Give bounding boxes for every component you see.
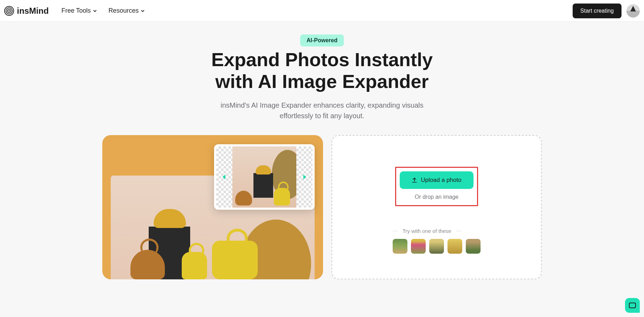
nav-resources-label: Resources bbox=[108, 7, 139, 14]
mini-hat bbox=[256, 165, 271, 175]
mini-bag-yellow bbox=[274, 188, 290, 205]
hero-title: Expand Photos Instantly with AI Image Ex… bbox=[7, 49, 637, 92]
hero-title-line2: with AI Image Expander bbox=[215, 71, 429, 92]
logo[interactable]: insMind bbox=[4, 6, 49, 16]
svg-point-3 bbox=[8, 10, 10, 12]
sample-thumb-4[interactable] bbox=[447, 239, 462, 254]
mini-bag-group bbox=[233, 163, 296, 205]
main-nav: Free Tools Resources bbox=[62, 7, 145, 14]
mini-bag-brown bbox=[235, 191, 252, 205]
header-right: Start creating bbox=[573, 4, 640, 18]
upload-highlight: Upload a photo Or drop an image bbox=[395, 167, 478, 206]
upload-card[interactable]: Upload a photo Or drop an image Try with… bbox=[331, 135, 542, 279]
preview-hat bbox=[154, 209, 186, 228]
hero-subtitle: insMind's AI Image Expander enhances cla… bbox=[199, 100, 445, 121]
sample-thumb-2[interactable] bbox=[411, 239, 426, 254]
nav-resources[interactable]: Resources bbox=[108, 7, 145, 14]
hero-title-line1: Expand Photos Instantly bbox=[211, 49, 433, 70]
try-label: Try with one of these bbox=[393, 228, 481, 234]
sample-thumb-3[interactable] bbox=[429, 239, 444, 254]
sample-thumbnails bbox=[393, 239, 481, 254]
sample-thumb-5[interactable] bbox=[466, 239, 481, 254]
chevron-down-icon bbox=[93, 9, 97, 13]
hero-subtitle-line1: insMind's AI Image Expander enhances cla… bbox=[220, 101, 423, 109]
user-avatar[interactable] bbox=[626, 4, 640, 18]
preview-bag-yellow-small bbox=[182, 252, 207, 279]
logo-text: insMind bbox=[17, 6, 49, 16]
ai-powered-badge: AI-Powered bbox=[300, 34, 344, 46]
try-label-text: Try with one of these bbox=[402, 228, 451, 234]
upload-button-label: Upload a photo bbox=[421, 177, 461, 184]
upload-photo-button[interactable]: Upload a photo bbox=[400, 171, 473, 189]
chevron-down-icon bbox=[141, 9, 145, 13]
expand-area-right bbox=[296, 146, 313, 208]
preview-bag-yellow-large bbox=[212, 241, 258, 279]
expand-area-left bbox=[216, 146, 232, 208]
logo-icon bbox=[4, 6, 14, 16]
header-left: insMind Free Tools Resources bbox=[4, 6, 145, 16]
upload-icon bbox=[412, 177, 417, 183]
start-creating-button[interactable]: Start creating bbox=[573, 4, 622, 18]
try-samples-section: Try with one of these bbox=[393, 228, 481, 254]
sample-thumb-1[interactable] bbox=[393, 239, 407, 254]
hero-section: AI-Powered Expand Photos Instantly with … bbox=[0, 22, 644, 135]
main-header: insMind Free Tools Resources Start creat… bbox=[0, 0, 644, 22]
nav-free-tools[interactable]: Free Tools bbox=[62, 7, 97, 14]
mini-cube bbox=[253, 173, 273, 198]
arrow-left-icon[interactable] bbox=[220, 173, 228, 181]
nav-free-tools-label: Free Tools bbox=[62, 7, 91, 14]
editor-center-photo bbox=[232, 146, 296, 208]
preview-card bbox=[102, 135, 323, 279]
arrow-right-icon[interactable] bbox=[300, 173, 309, 181]
avatar-icon bbox=[630, 6, 636, 12]
expand-editor-overlay bbox=[214, 144, 315, 210]
hero-subtitle-line2: effortlessly to fit any layout. bbox=[280, 112, 365, 120]
drop-image-text: Or drop an image bbox=[415, 194, 459, 200]
content-row: Upload a photo Or drop an image Try with… bbox=[95, 135, 549, 279]
